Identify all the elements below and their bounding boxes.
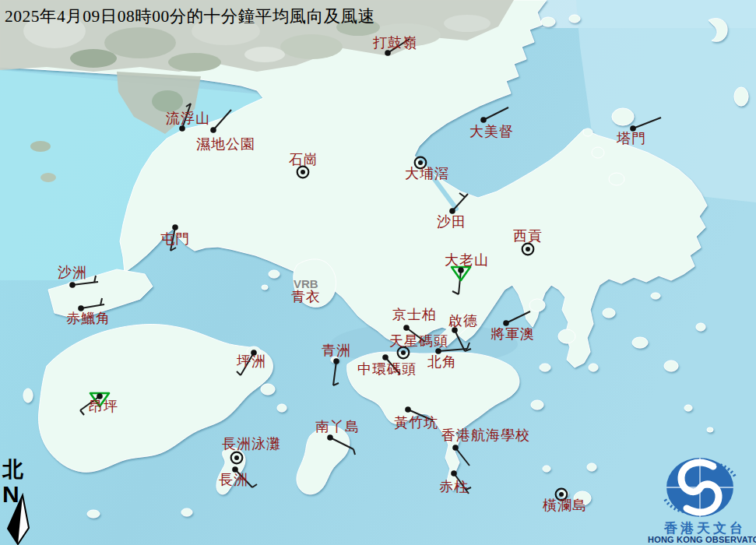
station-dot-icon [451, 470, 457, 476]
station-dot-icon [234, 455, 239, 460]
station-dot-icon [333, 358, 339, 364]
station-dot-icon [179, 125, 185, 132]
station-dot-icon [458, 267, 464, 273]
station-label-star-ferry: 天星碼頭 [389, 333, 448, 349]
station-label-wetland-park: 濕地公園 [196, 136, 255, 152]
station-dot-icon [403, 325, 410, 331]
station-dot-icon [301, 170, 305, 174]
station-dot-icon [452, 445, 459, 451]
station-label-green-island: 青洲 [322, 343, 351, 358]
station-dot-icon [418, 160, 423, 165]
station-dot-icon [382, 354, 389, 360]
station-label-stanley: 赤柱 [439, 479, 469, 494]
station-dot-icon [449, 208, 455, 214]
hong-kong-map: 打鼓嶺流浮山濕地公園石崗大美督大埔滘塔門沙田屯門西貢沙洲大老山赤鱲角京士柏啟德將… [0, 0, 756, 545]
station-label-kings-park: 京士柏 [392, 307, 437, 322]
station-label-wong-chuk-hang: 黃竹坑 [394, 415, 438, 431]
station-dot-icon [559, 492, 564, 497]
station-label-ta-kwu-ling: 打鼓嶺 [373, 35, 417, 51]
map-title: 2025年4月09日08時00分的十分鐘平均風向及風速 [5, 5, 375, 27]
station-dot-icon [526, 247, 530, 251]
station-dot-icon [385, 50, 391, 56]
station-label-tates-cairn: 大老山 [445, 252, 489, 268]
station-label-hk-sea-school: 香港航海學校 [441, 427, 530, 443]
station-label-tuen-mun: 屯門 [160, 231, 190, 247]
station-dot-icon [435, 348, 441, 354]
station-label-shek-kong: 石崗 [289, 152, 318, 167]
station-label-ngong-ping: 昂坪 [89, 399, 118, 414]
station-label-lamma-island: 南丫島 [315, 419, 360, 434]
station-label-waglan-island: 橫瀾島 [543, 498, 587, 513]
station-label-tai-po-kau: 大埔滘 [405, 166, 449, 181]
station-label-tap-mun: 塔門 [616, 131, 646, 146]
station-label-tsing-yi: 青衣 [291, 289, 321, 304]
station-label-north-point: 北角 [427, 354, 457, 370]
station-label-chek-lap-kok: 赤鱲角 [66, 311, 111, 326]
station-label-lau-fau-shan: 流浮山 [166, 111, 210, 126]
station-dot-icon [327, 434, 333, 441]
station-dot-icon [401, 350, 406, 355]
station-label-tai-mei-tuk: 大美督 [469, 124, 514, 139]
station-label-central-pier: 中環碼頭 [357, 361, 417, 377]
station-dot-icon [210, 127, 216, 133]
station-label-cheung-chau-beach: 長洲泳灘 [222, 436, 281, 452]
station-label-sai-kung: 西貢 [513, 228, 543, 244]
station-label-sha-tin: 沙田 [437, 214, 466, 230]
station-label-kai-tak: 啟德 [448, 313, 478, 329]
north-letter: N [2, 481, 19, 507]
station-dot-icon [405, 406, 411, 413]
station-tsing-yi: VRB 青衣 [291, 277, 321, 304]
station-dot-icon [480, 117, 487, 123]
station-dot-icon [172, 224, 178, 230]
hko-name-english: HONG KONG OBSERVATORY [648, 535, 756, 544]
station-label-peng-chau: 坪洲 [236, 353, 266, 369]
wind-map-screen: 打鼓嶺流浮山濕地公園石崗大美督大埔滘塔門沙田屯門西貢沙洲大老山赤鱲角京士柏啟德將… [0, 0, 756, 545]
station-label-sha-chau: 沙洲 [58, 265, 87, 280]
station-label-tseung-kwan-o: 將軍澳 [491, 326, 535, 342]
station-dot-icon [69, 282, 76, 288]
hko-name-chinese: 香港天文台 [663, 521, 746, 536]
station-dot-icon [503, 320, 509, 326]
station-label-cheung-chau: 長洲 [219, 472, 248, 487]
north-hanzi: 北 [2, 458, 23, 481]
